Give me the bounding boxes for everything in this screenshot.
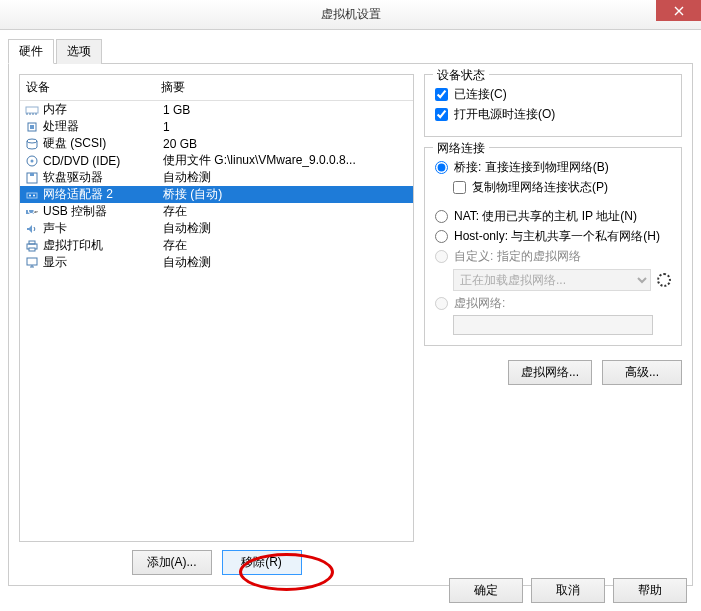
device-name: USB 控制器 <box>43 203 163 220</box>
svg-rect-16 <box>29 248 35 251</box>
device-row[interactable]: 声卡 自动检测 <box>20 220 413 237</box>
virtual-networks-button[interactable]: 虚拟网络... <box>508 360 592 385</box>
tab-options[interactable]: 选项 <box>56 39 102 64</box>
replicate-checkbox[interactable] <box>453 181 466 194</box>
device-row[interactable]: 显示 自动检测 <box>20 254 413 271</box>
ok-button[interactable]: 确定 <box>449 578 523 603</box>
device-row[interactable]: 处理器 1 <box>20 118 413 135</box>
nat-label: NAT: 使用已共享的主机 IP 地址(N) <box>454 208 637 225</box>
usb-icon: USB <box>24 205 40 219</box>
device-summary: 存在 <box>163 237 409 254</box>
hostonly-row: Host-only: 与主机共享一个私有网络(H) <box>435 228 671 245</box>
connected-checkbox[interactable] <box>435 88 448 101</box>
device-summary: 20 GB <box>163 137 409 151</box>
tabs: 硬件 选项 <box>8 38 693 64</box>
advanced-button[interactable]: 高级... <box>602 360 682 385</box>
loading-spinner-icon <box>657 273 671 287</box>
svg-rect-2 <box>30 125 34 129</box>
tab-hardware[interactable]: 硬件 <box>8 39 54 64</box>
help-button[interactable]: 帮助 <box>613 578 687 603</box>
device-row[interactable]: 虚拟打印机 存在 <box>20 237 413 254</box>
svg-point-5 <box>31 159 34 162</box>
device-list-header: 设备 摘要 <box>20 75 413 101</box>
device-rows: 内存 1 GB 处理器 1 硬盘 (SCSI) 20 GB CD/DVD (ID… <box>20 101 413 271</box>
svg-rect-0 <box>26 107 38 113</box>
device-summary: 自动检测 <box>163 220 409 237</box>
connect-power-row: 打开电源时连接(O) <box>435 106 671 123</box>
device-status-group: 设备状态 已连接(C) 打开电源时连接(O) <box>424 74 682 137</box>
close-button[interactable] <box>656 0 701 21</box>
cancel-button[interactable]: 取消 <box>531 578 605 603</box>
header-summary: 摘要 <box>161 79 407 96</box>
device-summary: 自动检测 <box>163 254 409 271</box>
window-title: 虚拟机设置 <box>321 6 381 23</box>
bridged-label: 桥接: 直接连接到物理网络(B) <box>454 159 609 176</box>
bridged-row: 桥接: 直接连接到物理网络(B) <box>435 159 671 176</box>
disk-icon <box>24 137 40 151</box>
svg-rect-17 <box>27 258 37 265</box>
vmnet-row: 虚拟网络: <box>435 295 671 312</box>
footer-buttons: 确定 取消 帮助 <box>449 578 687 603</box>
connect-power-label: 打开电源时连接(O) <box>454 106 555 123</box>
svg-text:USB: USB <box>27 206 39 217</box>
custom-row: 自定义: 指定的虚拟网络 <box>435 248 671 265</box>
device-name: 处理器 <box>43 118 163 135</box>
right-buttons: 虚拟网络... 高级... <box>424 360 682 385</box>
add-button[interactable]: 添加(A)... <box>132 550 212 575</box>
device-row[interactable]: USB USB 控制器 存在 <box>20 203 413 220</box>
header-device: 设备 <box>26 79 161 96</box>
printer-icon <box>24 239 40 253</box>
device-row[interactable]: 网络适配器 2 桥接 (自动) <box>20 186 413 203</box>
titlebar: 虚拟机设置 <box>0 0 701 30</box>
svg-rect-15 <box>29 241 35 244</box>
sound-icon <box>24 222 40 236</box>
left-buttons: 添加(A)... 移除(R) <box>19 550 414 575</box>
device-name: 显示 <box>43 254 163 271</box>
nat-radio[interactable] <box>435 210 448 223</box>
right-pane: 设备状态 已连接(C) 打开电源时连接(O) 网络连接 桥接: 直接连接到物理网… <box>424 74 682 575</box>
svg-rect-8 <box>27 193 37 198</box>
network-icon <box>24 188 40 202</box>
hostonly-radio[interactable] <box>435 230 448 243</box>
hostonly-label: Host-only: 与主机共享一个私有网络(H) <box>454 228 660 245</box>
vmnet-label: 虚拟网络: <box>454 295 505 312</box>
device-name: 虚拟打印机 <box>43 237 163 254</box>
svg-point-3 <box>27 139 37 143</box>
tabpanel: 设备 摘要 内存 1 GB 处理器 1 硬盘 (SCSI) 20 GB CD/D… <box>8 64 693 586</box>
status-legend: 设备状态 <box>433 67 489 84</box>
device-list: 设备 摘要 内存 1 GB 处理器 1 硬盘 (SCSI) 20 GB CD/D… <box>19 74 414 542</box>
vmnet-select: 正在加载虚拟网络... <box>453 269 651 291</box>
display-icon <box>24 256 40 270</box>
network-connection-group: 网络连接 桥接: 直接连接到物理网络(B) 复制物理网络连接状态(P) NAT:… <box>424 147 682 346</box>
device-name: 网络适配器 2 <box>43 186 163 203</box>
vmnet-input <box>453 315 653 335</box>
bridged-radio[interactable] <box>435 161 448 174</box>
device-row[interactable]: 软盘驱动器 自动检测 <box>20 169 413 186</box>
custom-label: 自定义: 指定的虚拟网络 <box>454 248 581 265</box>
device-row[interactable]: CD/DVD (IDE) 使用文件 G:\linux\VMware_9.0.0.… <box>20 152 413 169</box>
device-row[interactable]: 硬盘 (SCSI) 20 GB <box>20 135 413 152</box>
device-name: 声卡 <box>43 220 163 237</box>
connected-row: 已连接(C) <box>435 86 671 103</box>
custom-radio <box>435 250 448 263</box>
connect-power-checkbox[interactable] <box>435 108 448 121</box>
connected-label: 已连接(C) <box>454 86 507 103</box>
cd-icon <box>24 154 40 168</box>
remove-button[interactable]: 移除(R) <box>222 550 302 575</box>
memory-icon <box>24 103 40 117</box>
device-row[interactable]: 内存 1 GB <box>20 101 413 118</box>
device-summary: 1 GB <box>163 103 409 117</box>
device-name: 内存 <box>43 101 163 118</box>
device-summary: 使用文件 G:\linux\VMware_9.0.0.8... <box>163 152 409 169</box>
device-name: 软盘驱动器 <box>43 169 163 186</box>
device-name: 硬盘 (SCSI) <box>43 135 163 152</box>
device-summary: 桥接 (自动) <box>163 186 409 203</box>
floppy-icon <box>24 171 40 185</box>
cpu-icon <box>24 120 40 134</box>
svg-point-10 <box>33 194 35 196</box>
nat-row: NAT: 使用已共享的主机 IP 地址(N) <box>435 208 671 225</box>
device-summary: 1 <box>163 120 409 134</box>
svg-rect-7 <box>30 173 34 176</box>
left-pane: 设备 摘要 内存 1 GB 处理器 1 硬盘 (SCSI) 20 GB CD/D… <box>19 74 414 575</box>
content: 硬件 选项 设备 摘要 内存 1 GB 处理器 1 硬盘 (SCSI) 20 G… <box>0 30 701 611</box>
